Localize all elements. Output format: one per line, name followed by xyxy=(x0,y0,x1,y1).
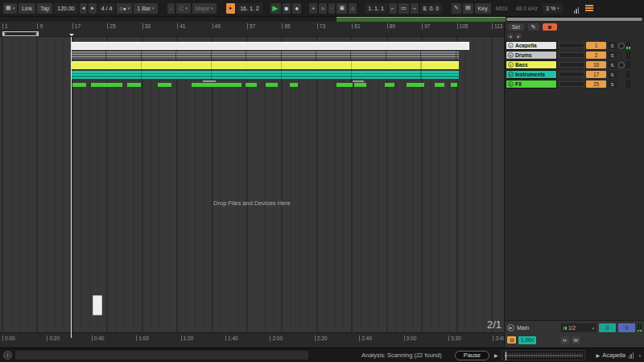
main-play-icon[interactable]: ▶ xyxy=(507,324,514,331)
cpu-meter[interactable]: 3 % ▾ xyxy=(543,3,563,14)
track-solo-button[interactable]: S xyxy=(608,71,617,78)
clip-fx[interactable] xyxy=(72,83,86,87)
play-button[interactable]: ▶ xyxy=(270,3,281,14)
key-root-menu[interactable]: C ▾ xyxy=(176,3,191,14)
key-map-button[interactable]: Key xyxy=(475,3,491,14)
track-solo-button[interactable]: S xyxy=(608,61,617,68)
loop-start-handle[interactable] xyxy=(3,32,6,35)
loop-length-display[interactable]: 8. 0. 0 xyxy=(420,3,442,14)
computer-midi-keyboard-icon[interactable]: ▤ xyxy=(463,3,473,14)
track-name[interactable]: ▸Drums xyxy=(506,51,557,60)
metronome-button[interactable]: ○● ▾ xyxy=(117,3,132,14)
preview-waveform[interactable] xyxy=(502,350,585,360)
clip-fx-audio[interactable] xyxy=(203,80,216,82)
grid-quantize-menu[interactable]: 1/2 ▾ xyxy=(561,323,597,332)
clip-instruments[interactable] xyxy=(71,71,459,79)
clip-fx[interactable] xyxy=(290,83,298,87)
track-solo-button[interactable]: S xyxy=(608,51,617,59)
preview-play-button[interactable]: ▶ xyxy=(494,352,498,358)
punch-in-button[interactable]: ⌐ xyxy=(389,3,397,14)
pause-button[interactable]: Pause xyxy=(455,351,489,360)
midi-map-button[interactable]: MIDI xyxy=(493,3,511,14)
track-arm-button[interactable] xyxy=(618,62,625,68)
tap-tempo-button[interactable]: Tap xyxy=(37,3,52,14)
track-solo-button[interactable]: S xyxy=(608,80,617,88)
track-activator-button[interactable]: 17 xyxy=(586,71,606,78)
clip-bass[interactable] xyxy=(71,61,459,69)
track-name[interactable]: ▸Instruments xyxy=(506,70,557,79)
nudge-down-button[interactable]: ◂ xyxy=(80,3,88,14)
zoom-width-button[interactable]: W xyxy=(572,336,580,344)
clip-fx-audio[interactable] xyxy=(353,80,364,82)
time-signature-display[interactable]: 4 / 4 xyxy=(98,3,116,14)
preview-track-play-icon[interactable]: ▶ xyxy=(597,352,601,358)
back-to-arrangement-button[interactable] xyxy=(543,23,557,31)
status-meter-icon[interactable] xyxy=(629,352,634,359)
track-header-drums[interactable]: ▸Drums2S xyxy=(506,51,644,60)
reenable-automation-button[interactable]: · xyxy=(328,3,335,14)
clip-fx[interactable] xyxy=(158,83,171,87)
set-locator-button[interactable]: Set xyxy=(507,23,525,31)
follow-button[interactable]: ▸ xyxy=(226,3,236,14)
clip-fx[interactable] xyxy=(192,83,242,87)
clip-fx[interactable] xyxy=(385,83,394,87)
clip-fx[interactable] xyxy=(336,83,353,87)
loop-button[interactable]: ▭ xyxy=(398,3,409,14)
record-button[interactable]: ● xyxy=(292,3,301,14)
link-button[interactable]: Link xyxy=(19,3,35,14)
track-name[interactable]: ▸Acapella xyxy=(506,41,557,50)
track-volume-slider[interactable] xyxy=(559,43,584,48)
clip-drums[interactable] xyxy=(71,51,459,60)
clip-area[interactable]: Drop Files and Devices Here xyxy=(0,37,504,332)
mixer-horizontal-scrollbar[interactable] xyxy=(506,18,642,21)
playback-speed-display[interactable]: 1.00x xyxy=(518,336,536,344)
control-surface-icon[interactable]: ▦ ▾ xyxy=(3,3,17,14)
info-icon[interactable]: i xyxy=(3,351,12,360)
clip-fx[interactable] xyxy=(266,83,278,87)
clip-fx[interactable] xyxy=(127,83,141,87)
draw-mode-icon[interactable]: ✎ xyxy=(452,3,461,14)
arrangement-position-display[interactable]: 16. 1. 2 xyxy=(237,3,262,14)
clip-fx[interactable] xyxy=(451,83,457,87)
track-header-fx[interactable]: ▸FX25S xyxy=(506,80,644,88)
next-locator-button[interactable]: ▸ xyxy=(515,33,522,39)
stop-button[interactable]: ■ xyxy=(283,3,291,14)
zoom-preset-icon[interactable] xyxy=(507,336,516,343)
time-ruler[interactable]: 0:000:200:401:001:201:402:002:202:403:00… xyxy=(0,332,504,348)
track-name[interactable]: ▸FX xyxy=(506,80,557,88)
capture-midi-button[interactable]: ▣ xyxy=(336,3,347,14)
automation-arm-button[interactable]: ≈ xyxy=(319,3,327,14)
scale-name-menu[interactable]: Major ▾ xyxy=(192,3,217,14)
clip-fx[interactable] xyxy=(354,83,366,87)
track-activator-button[interactable]: 16 xyxy=(586,61,606,68)
unfold-track-icon[interactable]: ▸ xyxy=(508,72,514,77)
track-solo-button[interactable]: S xyxy=(608,42,617,49)
clip-acapella[interactable] xyxy=(71,42,469,50)
track-volume-slider[interactable] xyxy=(559,62,584,68)
tempo-display[interactable]: 120.00 xyxy=(54,3,77,14)
unfold-track-icon[interactable]: ▸ xyxy=(508,81,514,87)
unfold-track-icon[interactable]: ▸ xyxy=(508,52,514,58)
clip-fx[interactable] xyxy=(91,83,122,87)
quantize-menu[interactable]: 1 Bar ▾ xyxy=(134,3,157,14)
track-arm-button[interactable] xyxy=(618,43,625,49)
track-header-bass[interactable]: ▸Bass16S xyxy=(506,60,644,69)
track-activator-button[interactable]: 2 xyxy=(586,51,606,59)
draw-mode-button[interactable]: ✎ xyxy=(528,23,539,31)
track-volume-slider[interactable] xyxy=(559,72,584,77)
unfold-track-icon[interactable]: ▸ xyxy=(508,43,514,48)
nudge-up-button[interactable]: ▸ xyxy=(89,3,97,14)
track-volume-slider[interactable] xyxy=(559,52,584,58)
loop-end-handle[interactable] xyxy=(35,32,38,35)
punch-out-button[interactable]: ¬ xyxy=(411,3,419,14)
track-header-instruments[interactable]: ▸Instruments17S xyxy=(506,70,644,79)
overdub-button[interactable]: + xyxy=(309,3,317,14)
prev-locator-button[interactable]: ◂ xyxy=(507,33,514,39)
track-activator-button[interactable]: 1 xyxy=(586,42,606,49)
loop-start-display[interactable]: 1. 1. 1 xyxy=(365,3,386,14)
scale-icon[interactable]: ♪ xyxy=(167,3,175,14)
clip-fx[interactable] xyxy=(246,83,257,87)
blue-value-box[interactable]: 0 xyxy=(618,323,635,332)
session-record-button[interactable]: ○ xyxy=(349,3,357,14)
track-activator-button[interactable]: 25 xyxy=(586,80,606,88)
